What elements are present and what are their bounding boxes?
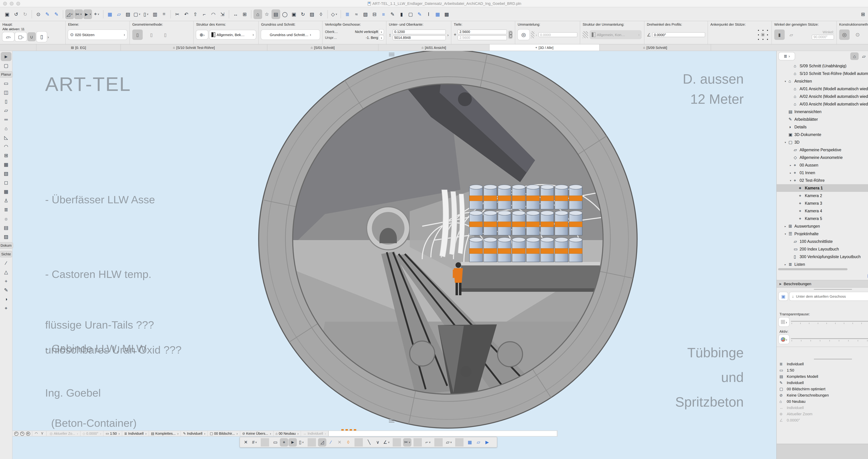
disclosure-triangle[interactable]: ▾ (785, 141, 788, 144)
tree-item-allgemeine-perspektive[interactable]: ▱Allgemeine Perspektive (777, 146, 868, 154)
tree-item-a02-ansicht[interactable]: ⌂A/02 Ansicht (Modell automatisch wieder… (777, 93, 868, 100)
measure-icon[interactable]: ▥ (151, 9, 159, 19)
elevation-chevron[interactable] (447, 32, 448, 38)
disclosure-triangle[interactable]: ▸ (785, 225, 788, 228)
find-select-icon[interactable]: ⊙ (34, 9, 43, 19)
camera-path-tool[interactable]: + (1, 276, 11, 286)
tree-item-3d-dokumente[interactable]: ▣3D-Dokumente (777, 131, 868, 138)
equipment-tool[interactable]: ▤ (1, 223, 11, 232)
tree-item-a03-ansicht[interactable]: ⌂A/03 Ansicht (Modell automatisch wieder… (777, 100, 868, 108)
palette-group-planung[interactable]: Planur (0, 71, 12, 77)
tree-item-a01-ansicht[interactable]: ⌂A/01 Ansicht (Modell automatisch wieder… (777, 85, 868, 93)
marquee-tool[interactable]: ▢ (1, 61, 11, 70)
setting-orientation[interactable]: ∠0.0000° (777, 417, 868, 423)
no-snap-icon[interactable]: ✕ (335, 438, 344, 446)
paint-icon[interactable]: ▨ (308, 9, 316, 19)
tree-item-kamera-3[interactable]: ⌖Kamera 3 (777, 199, 868, 207)
split-icon[interactable]: ✂ (173, 9, 182, 19)
floorplan-display-dropdown[interactable]: Grundriss und Schnitt… (261, 30, 320, 39)
veneer-button[interactable]: ◎ (518, 30, 529, 40)
status-pen-set[interactable]: ✎Individuell (181, 431, 208, 436)
status-tool[interactable] (46, 431, 46, 436)
setting-scale[interactable]: ▭1:50 (777, 367, 868, 373)
mesh-tool[interactable]: ▨ (1, 232, 11, 241)
tree-item-kamera-5[interactable]: ⌖Kamera 5 (777, 215, 868, 222)
magnet-icon[interactable]: ⌖ (280, 438, 288, 446)
resize-icon[interactable]: ⊞ (240, 9, 249, 19)
profile-rotation-field[interactable] (652, 32, 705, 37)
home-story-icon[interactable]: ⌂ (253, 9, 262, 19)
section-tool[interactable]: ∕ (1, 259, 11, 267)
active-color-button[interactable] (779, 335, 789, 344)
tree-item-200-index-layoutbuch[interactable]: ▭200 Index Layoutbuch (777, 245, 868, 253)
control-icon[interactable] (455, 438, 464, 446)
forward-icon[interactable]: ↷ (19, 431, 25, 436)
status-structure-display[interactable]: ▤Komplettes... (149, 431, 181, 436)
core-material-dropdown[interactable]: Allgemein, Bek… (209, 30, 256, 39)
column-tool-button[interactable]: ▯ (36, 32, 47, 42)
grid-snap-icon[interactable]: ▦ (105, 9, 114, 19)
zoom-in-icon[interactable]: ⊕ (25, 431, 31, 436)
anchor-point-grid[interactable] (756, 28, 769, 41)
lamp-tool[interactable]: ☼ (1, 214, 11, 223)
guide-eraser-icon[interactable]: ◊ (344, 438, 352, 446)
disclosure-triangle[interactable]: ▾ (785, 232, 788, 235)
guide-icon[interactable]: ◿ (318, 438, 327, 446)
fillet-icon[interactable]: ◠ (209, 9, 218, 19)
pen-set-icon[interactable]: ≡ (379, 9, 388, 19)
construction-method-core[interactable]: ⊙ (852, 30, 863, 40)
control-icon[interactable] (434, 438, 443, 446)
worksheet-tool[interactable]: ✎ (1, 286, 11, 295)
angle-tool-icon[interactable]: ∠ (382, 438, 391, 446)
toolbar-icon[interactable] (32, 10, 32, 18)
text-style-icon[interactable]: Ⅰ (424, 9, 433, 19)
elevation-tool[interactable]: △ (1, 267, 11, 276)
construction-method-wrapped[interactable]: ◎ (839, 30, 849, 40)
pen-icon[interactable]: ✎ (388, 9, 397, 19)
tree-item-300-verknuepfungsliste[interactable]: ▯300 Verknüpfungsliste Layoutbuch (777, 253, 868, 261)
status-orientation[interactable]: ◇0.0000° (81, 431, 104, 436)
tree-item-projektinhalte[interactable]: ▾☰Projektinhalte (777, 230, 868, 238)
setting-layer-combination[interactable]: ≣Individuell (777, 361, 868, 367)
grid-blue-icon[interactable]: ▦ (466, 438, 474, 446)
transform-box-icon[interactable]: ⌗ (160, 9, 168, 19)
dock-grid-icon[interactable]: ⊞ (859, 9, 867, 19)
origin-link-chevron[interactable] (379, 35, 384, 40)
markup-icon[interactable]: ✎ (415, 9, 424, 19)
horizontal-scrollbar[interactable] (777, 267, 868, 271)
marquee-settings-button[interactable]: ▢ (15, 32, 27, 41)
save-icon[interactable]: ▣ (3, 9, 11, 19)
disclosure-triangle[interactable]: ▾ (785, 79, 788, 83)
close-window-button[interactable] (3, 2, 7, 5)
beschreibungen-header[interactable]: ▶ Beschreibungen (777, 280, 868, 288)
setting-model-view[interactable]: ▢00 Bildschirm optimiert (777, 386, 868, 392)
detail-tool[interactable]: ◑ (1, 295, 11, 303)
explore-icon[interactable]: Y (39, 431, 45, 436)
tree-item-kamera-2[interactable]: ⌖Kamera 2 (777, 192, 868, 199)
tree-item-02-test-roehre[interactable]: ▾⌖02 Test-Röhre (777, 176, 868, 184)
transparentpause-slider[interactable] (791, 319, 868, 325)
tree-item-ansichten[interactable]: ▾⌂Ansichten (777, 77, 868, 85)
element-settings-button[interactable]: ▱ (2, 32, 14, 41)
geometry-method-simple[interactable]: ▯ (132, 30, 143, 40)
anchor-icon[interactable]: ▯ (297, 438, 306, 446)
status-input-area[interactable] (329, 431, 557, 436)
favorites-icon[interactable]: ☆ (262, 9, 271, 19)
undo-icon[interactable]: ↺ (12, 9, 21, 19)
grid-snap-icon[interactable]: # (250, 438, 259, 446)
beam-tool[interactable]: ═ (1, 115, 11, 124)
legend-icon[interactable]: ▩ (442, 9, 451, 19)
surface-icon[interactable]: ▮ (397, 9, 406, 19)
top-link-chevron[interactable] (379, 30, 384, 34)
more-tools-chevron[interactable] (48, 34, 49, 40)
toolbar-icon[interactable] (341, 10, 341, 18)
window-tool[interactable]: ⊞ (1, 151, 11, 160)
cancel-icon[interactable]: ✕ (242, 438, 250, 446)
elevate-icon[interactable]: ⇧ (191, 9, 199, 19)
tree-item-auswertungen[interactable]: ▸⊞Auswertungen (777, 222, 868, 230)
3d-visualization-icon[interactable]: ◇ (330, 9, 339, 19)
coordinate-input-icon[interactable]: ► (83, 9, 92, 19)
tree-item-allgemeine-axonometrie[interactable]: ◇Allgemeine Axonometrie (777, 154, 868, 161)
zoom-window-button[interactable] (16, 2, 20, 5)
slanted-column-button[interactable]: ▱ (786, 30, 797, 40)
